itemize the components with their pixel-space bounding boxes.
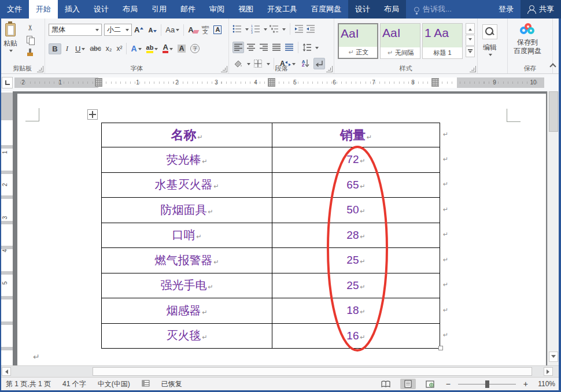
table-column-marker[interactable] bbox=[268, 78, 275, 87]
sign-in-button[interactable]: 登录 bbox=[492, 0, 521, 19]
tab-layout[interactable]: 布局 bbox=[116, 0, 145, 19]
character-border-button[interactable]: A bbox=[211, 24, 224, 35]
read-mode-button[interactable] bbox=[377, 379, 394, 389]
superscript-button[interactable]: x² bbox=[114, 43, 124, 54]
cell-value[interactable]: 65↵ bbox=[272, 172, 440, 198]
multilevel-list-button[interactable] bbox=[270, 24, 279, 34]
cell-value[interactable]: 18↵ bbox=[272, 298, 440, 324]
cell-value[interactable]: 50↵ bbox=[272, 198, 440, 223]
horizontal-scrollbar[interactable] bbox=[0, 365, 559, 377]
horizontal-scrollbar-thumb[interactable] bbox=[93, 367, 532, 376]
shrink-font-button[interactable]: A bbox=[146, 24, 159, 35]
share-button[interactable]: 共享 bbox=[521, 0, 561, 19]
clear-formatting-button[interactable]: A bbox=[186, 24, 199, 35]
tab-home[interactable]: 开始 bbox=[29, 0, 58, 19]
highlight-color-button[interactable]: ab bbox=[144, 43, 161, 54]
scroll-down-button[interactable] bbox=[549, 352, 558, 362]
cell-name[interactable]: 荧光棒↵ bbox=[102, 147, 272, 173]
tab-references[interactable]: 引用 bbox=[145, 0, 174, 19]
paragraph-dialog-launcher[interactable] bbox=[326, 66, 333, 72]
numbering-button[interactable]: 123 bbox=[251, 24, 260, 34]
tab-design[interactable]: 设计 bbox=[87, 0, 116, 19]
align-center-button[interactable] bbox=[245, 42, 257, 53]
character-shading-button[interactable]: A bbox=[175, 43, 189, 54]
recovered-status[interactable]: 已恢复 bbox=[161, 379, 182, 389]
tab-table-layout[interactable]: 布局 bbox=[377, 0, 406, 19]
scroll-left-button[interactable] bbox=[2, 367, 11, 376]
vertical-scrollbar[interactable] bbox=[547, 75, 559, 365]
tab-baidu-netdisk[interactable]: 百度网盘 bbox=[304, 0, 348, 19]
cell-name[interactable]: 烟感器↵ bbox=[102, 298, 272, 324]
phonetic-guide-button[interactable]: wén文 bbox=[200, 24, 212, 36]
web-layout-button[interactable] bbox=[422, 379, 438, 389]
cell-value[interactable]: 72↵ bbox=[272, 147, 440, 173]
increase-indent-button[interactable] bbox=[306, 24, 315, 34]
enclose-characters-button[interactable]: 字 bbox=[188, 43, 202, 54]
zoom-slider-thumb[interactable] bbox=[485, 380, 489, 388]
vertical-scrollbar-thumb[interactable] bbox=[549, 91, 558, 132]
font-name-combo[interactable]: 黑体 bbox=[49, 24, 102, 36]
cell-name[interactable]: 灭火毯↵ bbox=[102, 323, 272, 349]
page-number-status[interactable]: 第 1 页,共 1 页 bbox=[6, 379, 51, 389]
line-spacing-button[interactable] bbox=[301, 42, 313, 53]
cell-name[interactable]: 燃气报警器↵ bbox=[102, 248, 272, 273]
style-heading1[interactable]: 1 Aa 标题 1 bbox=[422, 23, 463, 59]
scroll-right-button[interactable] bbox=[544, 367, 553, 376]
format-painter-icon[interactable] bbox=[27, 49, 34, 57]
vertical-ruler[interactable]: 1 2 3 4 5 bbox=[1, 91, 13, 365]
editing-button[interactable]: 编辑 bbox=[482, 24, 497, 57]
tab-review[interactable]: 审阅 bbox=[202, 0, 231, 19]
paste-button[interactable]: 粘贴 bbox=[3, 23, 17, 53]
word-count-status[interactable]: 41 个字 bbox=[62, 379, 86, 389]
clipboard-dialog-launcher[interactable] bbox=[37, 66, 43, 72]
font-size-combo[interactable]: 小二 bbox=[104, 24, 132, 36]
font-color-button[interactable]: A bbox=[160, 43, 175, 54]
decrease-indent-button[interactable] bbox=[294, 24, 304, 34]
styles-scroll-up-button[interactable] bbox=[466, 23, 475, 34]
save-to-baidu-button[interactable]: 保存到 百度网盘 bbox=[514, 23, 541, 56]
print-layout-button[interactable] bbox=[400, 379, 416, 389]
zoom-level[interactable]: 110% bbox=[536, 380, 555, 388]
header-cell-sales[interactable]: 销量↵ bbox=[272, 123, 440, 147]
zoom-out-button[interactable]: − bbox=[444, 379, 452, 389]
cell-name[interactable]: 强光手电↵ bbox=[102, 273, 272, 298]
styles-more-button[interactable] bbox=[466, 46, 475, 57]
tab-stop-selector[interactable] bbox=[2, 77, 13, 88]
zoom-in-button[interactable]: + bbox=[522, 379, 530, 389]
horizontal-ruler[interactable]: 2 1 1 2 3 4 5 6 7 8 9 10 bbox=[14, 77, 544, 88]
table-column-marker[interactable] bbox=[431, 78, 439, 87]
style-normal[interactable]: AaI ↵ 正文 bbox=[338, 23, 378, 59]
italic-button[interactable]: I bbox=[61, 43, 73, 54]
align-left-button[interactable] bbox=[232, 42, 244, 53]
macro-record-icon[interactable] bbox=[142, 380, 150, 389]
grow-font-button[interactable]: A bbox=[132, 24, 146, 35]
bold-button[interactable]: B bbox=[49, 43, 61, 54]
language-status[interactable]: 中文(中国) bbox=[98, 379, 130, 389]
cell-value[interactable]: 25↵ bbox=[272, 248, 440, 273]
cut-icon[interactable]: ✂ bbox=[26, 24, 35, 31]
styles-scroll-down-button[interactable] bbox=[466, 35, 475, 46]
table-move-handle[interactable] bbox=[87, 109, 98, 120]
header-cell-name[interactable]: 名称↵ bbox=[102, 123, 272, 147]
table-column-marker[interactable] bbox=[95, 78, 102, 87]
strikethrough-button[interactable]: abc bbox=[87, 43, 103, 54]
tab-developer[interactable]: 开发工具 bbox=[260, 0, 304, 19]
font-dialog-launcher[interactable] bbox=[221, 66, 227, 72]
underline-button[interactable]: U bbox=[73, 43, 87, 54]
table-resize-handle[interactable] bbox=[438, 346, 443, 350]
justify-button[interactable] bbox=[271, 42, 282, 53]
zoom-slider[interactable] bbox=[458, 384, 516, 384]
bullets-button[interactable] bbox=[232, 24, 242, 34]
distribute-text-button[interactable] bbox=[283, 42, 295, 53]
cell-name[interactable]: 口哨↵ bbox=[102, 223, 272, 248]
subscript-button[interactable]: x₂ bbox=[104, 43, 115, 54]
cell-value[interactable]: 25↵ bbox=[272, 273, 440, 298]
cell-value[interactable]: 16↵ bbox=[272, 323, 440, 349]
tab-table-design[interactable]: 设计 bbox=[348, 0, 377, 19]
cell-name[interactable]: 水基灭火器↵ bbox=[102, 172, 272, 198]
tell-me-box[interactable]: 告诉我... bbox=[406, 0, 460, 19]
copy-icon[interactable] bbox=[27, 36, 34, 45]
tab-view[interactable]: 视图 bbox=[231, 0, 260, 19]
tab-file[interactable]: 文件 bbox=[0, 0, 29, 19]
tab-insert[interactable]: 插入 bbox=[58, 0, 87, 19]
